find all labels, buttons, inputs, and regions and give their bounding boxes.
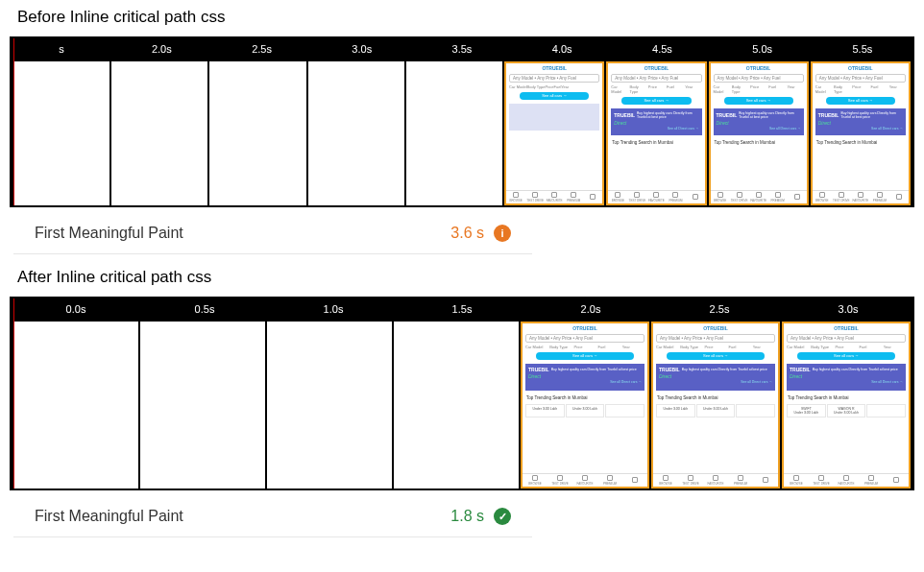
tick: 5.5s [813, 38, 912, 60]
tick: 1.0s [269, 298, 398, 320]
filter[interactable]: Year [561, 84, 569, 89]
tick: 4.5s [612, 38, 712, 60]
see-all-button[interactable]: See all cars → [536, 352, 634, 360]
filter-row: Car ModelBody TypePriceFuelYear [509, 84, 599, 89]
tick: 1.5s [398, 298, 526, 320]
nav-icon[interactable] [571, 192, 576, 198]
tick: 3.0s [784, 298, 912, 320]
filter[interactable]: Car Model [509, 84, 526, 89]
search-input[interactable]: Any Model • Any Price • Any Fuel [509, 74, 599, 83]
tick: 2.0s [526, 298, 655, 320]
before-title: Before Inline critical path css [0, 0, 924, 35]
brand-logo: OTRUEBIL [608, 63, 704, 73]
metric-label: First Meaningful Paint [35, 508, 450, 525]
brand-logo: OTRUEBIL [506, 63, 602, 73]
see-all-button[interactable]: See all cars → [621, 97, 691, 105]
frame-content: OTRUEBIL Any Model • Any Price • Any Fue… [651, 322, 780, 489]
filter[interactable]: Body Type [527, 84, 546, 89]
frame-blank [406, 61, 502, 205]
nav-icon[interactable] [551, 192, 557, 198]
after-title: After Inline critical path css [0, 260, 924, 295]
tick: 5.0s [713, 38, 813, 60]
frame-blank [394, 322, 519, 489]
info-icon[interactable]: i [494, 225, 511, 242]
tick: 3.5s [412, 38, 512, 60]
after-filmstrip: 0.0s 0.5s 1.0s 1.5s 2.0s 2.5s 3.0s OTRUE… [10, 297, 914, 490]
search-input[interactable]: Any Model • Any Price • Any Fuel [611, 74, 701, 83]
tick: 2.5s [211, 38, 311, 60]
frame-blank [13, 322, 138, 489]
see-all-button[interactable]: See all cars → [520, 92, 589, 100]
metric-value: 1.8 s [450, 508, 484, 525]
frame-content: OTRUEBIL Any Model • Any Price • Any Fue… [811, 61, 911, 205]
metric-label: First Meaningful Paint [35, 225, 450, 242]
trend-card[interactable]: Under 3.00 Lakh [525, 404, 565, 417]
before-frames: OTRUEBIL Any Model • Any Price • Any Fue… [12, 60, 912, 207]
after-frames: OTRUEBIL Any Model • Any Price • Any Fue… [12, 320, 912, 490]
nav-icon[interactable] [513, 192, 519, 198]
timeline-cursor [13, 298, 14, 489]
promo-banner[interactable]: TRUEBILBuy highest quality cars Directly… [525, 364, 644, 391]
nav-icon[interactable] [532, 192, 538, 198]
before-filmstrip: s 2.0s 2.5s 3.0s 3.5s 4.0s 4.5s 5.0s 5.5… [10, 36, 914, 207]
metric-before: First Meaningful Paint 3.6 s i [13, 213, 532, 254]
search-input[interactable]: Any Model • Any Price • Any Fuel [525, 334, 644, 343]
menu-icon[interactable] [590, 194, 596, 200]
check-icon: ✓ [494, 508, 511, 525]
tick: 0.0s [12, 298, 140, 320]
frame-blank [209, 61, 305, 205]
trend-card[interactable]: Under 3.00 Lakh [566, 404, 605, 417]
trending-heading: Top Trending Search in Mumbai [612, 140, 700, 145]
tick: 2.5s [655, 298, 784, 320]
frame-content: OTRUEBIL Any Model • Any Price • Any Fue… [521, 322, 649, 489]
tick: 0.5s [140, 298, 269, 320]
trending-cards: Under 3.00 LakhUnder 3.00 Lakh [525, 404, 644, 417]
frame-blank [111, 61, 207, 205]
after-timeline: 0.0s 0.5s 1.0s 1.5s 2.0s 2.5s 3.0s [12, 298, 912, 320]
metric-value: 3.6 s [450, 225, 484, 242]
trend-card[interactable] [605, 404, 644, 417]
frame-blank [308, 61, 404, 205]
app-preview: OTRUEBIL Any Model • Any Price • Any Fue… [523, 323, 647, 487]
tick: 2.0s [111, 38, 211, 60]
promo-banner[interactable] [509, 104, 599, 131]
tick: 4.0s [512, 38, 612, 60]
frame-content: OTRUEBIL Any Model • Any Price • Any Fue… [709, 61, 809, 205]
frame-content: OTRUEBIL Any Model • Any Price • Any Fue… [782, 322, 911, 489]
frame-blank [13, 61, 109, 205]
before-timeline: s 2.0s 2.5s 3.0s 3.5s 4.0s 4.5s 5.0s 5.5… [12, 38, 912, 60]
filter[interactable]: Price [545, 84, 553, 89]
app-preview: OTRUEBIL Any Model • Any Price • Any Fue… [608, 63, 704, 203]
app-preview: OTRUEBIL Any Model • Any Price • Any Fue… [506, 63, 602, 203]
frame-content: OTRUEBIL Any Model • Any Price • Any Fue… [606, 61, 706, 205]
timeline-cursor [13, 38, 14, 205]
bottom-nav: BROWSETEST DRIVEFAVOURITEPREMIUM [506, 190, 602, 203]
frame-blank [267, 322, 392, 489]
frame-partial: OTRUEBIL Any Model • Any Price • Any Fue… [504, 61, 604, 205]
frame-blank [140, 322, 265, 489]
metric-after: First Meaningful Paint 1.8 s ✓ [13, 496, 532, 537]
promo-banner[interactable]: TRUEBILBuy highest quality cars Directly… [611, 108, 701, 135]
tick: 3.0s [312, 38, 412, 60]
tick: s [12, 38, 111, 60]
